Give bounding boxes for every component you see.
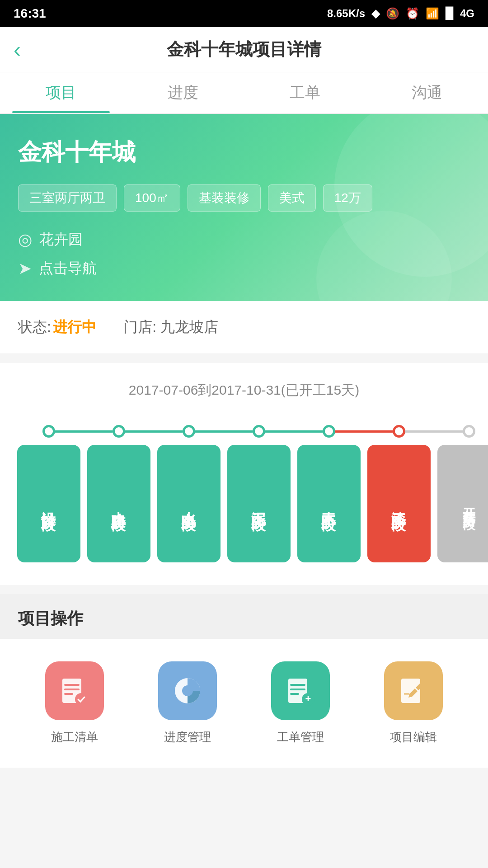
project-title: 金科十年城 (18, 137, 470, 168)
op-chart-label: 进度管理 (164, 729, 211, 745)
dot-6 (393, 425, 405, 438)
svg-point-6 (182, 685, 193, 696)
edit-icon (384, 661, 443, 720)
timeline-section: 2017-07-06到2017-10-31(已开工15天) 设计阶段 土建 (0, 363, 488, 585)
stage-2-connector (84, 422, 154, 440)
line-left-4 (224, 430, 253, 433)
status-icons: 8.65K/s ◆ 🔕 ⏰ 📶 ▉ 4G (327, 7, 474, 20)
line-left-5 (294, 430, 323, 433)
stage-3[interactable]: 水电阶段 (154, 422, 224, 562)
line-right-6 (405, 430, 434, 433)
page-title: 金科十年城项目详情 (167, 38, 321, 61)
stage-card-5: 木工阶段 (297, 445, 361, 562)
svg-text:+: + (305, 693, 311, 704)
dot-3 (183, 425, 195, 438)
4g-icon: 4G (460, 7, 474, 20)
tag-style: 基装装修 (188, 184, 261, 212)
tab-progress[interactable]: 进度 (122, 72, 244, 113)
dot-7 (463, 425, 475, 438)
line-right-4 (265, 430, 294, 433)
dot-4 (253, 425, 265, 438)
line-left-7 (434, 430, 463, 433)
svg-point-4 (75, 693, 88, 706)
alarm-icon: ⏰ (406, 7, 419, 20)
line-left-6 (364, 430, 393, 433)
tab-workorder[interactable]: 工单 (244, 72, 366, 113)
mute-icon: 🔕 (386, 7, 399, 20)
dot-5 (323, 425, 335, 438)
op-checklist[interactable]: 施工清单 (18, 661, 131, 745)
timeline-scroll[interactable]: 设计阶段 土建阶段 水电阶段 (0, 422, 488, 562)
tag-design: 美式 (268, 184, 316, 212)
stage-card-2: 土建阶段 (87, 445, 150, 562)
back-button[interactable]: ‹ (14, 39, 21, 61)
status-label: 状态: (18, 319, 51, 335)
stage-5-connector (294, 422, 364, 440)
stage-2[interactable]: 土建阶段 (84, 422, 154, 562)
navigation-text: 点击导航 (39, 259, 97, 278)
operations-grid: 施工清单 进度管理 + (0, 639, 488, 768)
stage-card-3: 水电阶段 (157, 445, 221, 562)
store-group: 门店: 九龙坡店 (123, 317, 218, 337)
line-right-1 (55, 430, 84, 433)
op-workorder[interactable]: + 工单管理 (244, 661, 357, 745)
operations-header: 项目操作 (0, 594, 488, 639)
stage-4-connector (224, 422, 294, 440)
status-bar: 16:31 8.65K/s ◆ 🔕 ⏰ 📶 ▉ 4G (0, 0, 488, 27)
op-edit-label: 项目编辑 (390, 729, 437, 745)
tag-area: 100㎡ (124, 184, 180, 212)
line-left-3 (154, 430, 183, 433)
svg-rect-13 (401, 679, 420, 703)
stage-card-1: 设计阶段 (17, 445, 80, 562)
stage-4[interactable]: 泥工阶段 (224, 422, 294, 562)
op-chart[interactable]: 进度管理 (131, 661, 244, 745)
navigation-row[interactable]: ➤ 点击导航 (18, 259, 470, 278)
tab-bar: 项目 进度 工单 沟通 (0, 72, 488, 114)
status-group: 状态: 进行中 (18, 317, 96, 337)
line-right-2 (125, 430, 154, 433)
navigation-icon: ➤ (18, 259, 32, 278)
stage-card-7: 开荒清洁阶段 (437, 445, 488, 562)
hero-banner: 金科十年城 三室两厅两卫 100㎡ 基装装修 美式 12万 ◎ 花卉园 ➤ 点击… (0, 114, 488, 301)
stage-7[interactable]: 开荒清洁阶段 (434, 422, 488, 562)
dot-1 (42, 425, 55, 438)
wifi-icon: 📶 (426, 7, 439, 20)
project-tags: 三室两厅两卫 100㎡ 基装装修 美式 12万 (18, 184, 470, 212)
dot-2 (113, 425, 125, 438)
stage-card-4: 泥工阶段 (227, 445, 291, 562)
signal-icon: ▉ (446, 7, 454, 20)
header: ‹ 金科十年城项目详情 (0, 27, 488, 72)
hero-info: ◎ 花卉园 ➤ 点击导航 (18, 230, 470, 278)
location-text: 花卉园 (39, 230, 83, 250)
store-label: 门店: (123, 319, 160, 335)
tag-budget: 12万 (323, 184, 372, 212)
network-speed: 8.65K/s (327, 7, 365, 20)
checklist-icon (45, 661, 104, 720)
bluetooth-icon: ◆ (371, 7, 380, 20)
tab-project[interactable]: 项目 (0, 72, 122, 113)
op-workorder-label: 工单管理 (277, 729, 324, 745)
stage-1-connector (14, 422, 84, 440)
date-range: 2017-07-06到2017-10-31(已开工15天) (0, 381, 488, 400)
stage-6-connector (364, 422, 434, 440)
line-right-3 (195, 430, 224, 433)
line-left-2 (84, 430, 113, 433)
location-icon: ◎ (18, 230, 32, 249)
location-row: ◎ 花卉园 (18, 230, 470, 250)
stage-card-6: 漆工阶段 (367, 445, 431, 562)
operations-section: 项目操作 施工清单 (0, 594, 488, 768)
workorder-icon: + (271, 661, 330, 720)
op-edit[interactable]: 项目编辑 (357, 661, 470, 745)
tab-communication[interactable]: 沟通 (366, 72, 488, 113)
stage-1[interactable]: 设计阶段 (14, 422, 84, 562)
stage-7-connector (434, 422, 488, 440)
chart-icon (158, 661, 217, 720)
line-right-5 (335, 430, 364, 433)
tag-rooms: 三室两厅两卫 (18, 184, 117, 212)
stage-6[interactable]: 漆工阶段 (364, 422, 434, 562)
status-value: 进行中 (53, 319, 96, 335)
time: 16:31 (14, 6, 46, 21)
stage-5[interactable]: 木工阶段 (294, 422, 364, 562)
op-checklist-label: 施工清单 (51, 729, 98, 745)
stage-3-connector (154, 422, 224, 440)
